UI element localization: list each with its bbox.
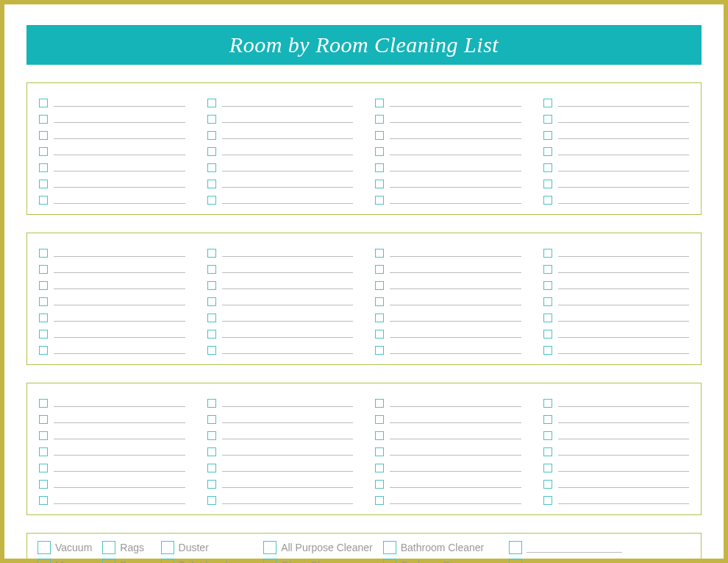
task-line[interactable] — [558, 256, 690, 257]
task-checkbox[interactable] — [375, 496, 384, 505]
task-checkbox[interactable] — [543, 196, 552, 205]
supply-checkbox[interactable] — [383, 541, 396, 554]
task-checkbox[interactable] — [39, 297, 48, 306]
task-line[interactable] — [222, 353, 354, 354]
task-checkbox[interactable] — [543, 249, 552, 258]
task-line[interactable] — [558, 122, 690, 123]
task-line[interactable] — [54, 487, 185, 488]
supply-checkbox[interactable] — [383, 559, 396, 563]
task-checkbox[interactable] — [543, 281, 552, 290]
task-checkbox[interactable] — [543, 330, 552, 339]
task-checkbox[interactable] — [543, 464, 552, 472]
task-checkbox[interactable] — [207, 249, 216, 258]
task-line[interactable] — [390, 155, 521, 155]
task-checkbox[interactable] — [543, 99, 552, 107]
task-checkbox[interactable] — [375, 447, 384, 456]
task-line[interactable] — [222, 439, 354, 439]
task-checkbox[interactable] — [375, 399, 384, 408]
task-checkbox[interactable] — [207, 147, 216, 156]
task-checkbox[interactable] — [207, 281, 216, 290]
task-line[interactable] — [558, 203, 690, 204]
task-checkbox[interactable] — [207, 131, 216, 140]
task-checkbox[interactable] — [207, 163, 216, 172]
task-checkbox[interactable] — [375, 147, 384, 156]
task-checkbox[interactable] — [375, 431, 384, 440]
task-line[interactable] — [558, 503, 690, 504]
task-checkbox[interactable] — [375, 163, 384, 172]
task-line[interactable] — [390, 272, 521, 273]
task-checkbox[interactable] — [39, 115, 48, 124]
supply-checkbox[interactable] — [263, 559, 276, 563]
task-checkbox[interactable] — [375, 464, 384, 472]
task-line[interactable] — [558, 321, 690, 322]
task-checkbox[interactable] — [375, 249, 384, 258]
task-line[interactable] — [558, 272, 690, 273]
task-checkbox[interactable] — [39, 415, 48, 424]
task-checkbox[interactable] — [543, 431, 552, 440]
task-checkbox[interactable] — [207, 447, 216, 456]
task-checkbox[interactable] — [207, 330, 216, 339]
task-checkbox[interactable] — [39, 330, 48, 339]
task-checkbox[interactable] — [39, 196, 48, 205]
task-line[interactable] — [222, 155, 354, 155]
task-checkbox[interactable] — [39, 464, 48, 472]
task-line[interactable] — [222, 455, 354, 456]
task-checkbox[interactable] — [39, 281, 48, 290]
task-checkbox[interactable] — [543, 480, 552, 489]
task-line[interactable] — [390, 503, 521, 504]
supply-checkbox[interactable] — [38, 541, 51, 554]
task-line[interactable] — [558, 471, 690, 472]
task-line[interactable] — [390, 455, 521, 456]
task-line[interactable] — [390, 122, 521, 123]
task-line[interactable] — [390, 171, 521, 171]
task-checkbox[interactable] — [375, 297, 384, 306]
task-checkbox[interactable] — [39, 480, 48, 489]
task-line[interactable] — [222, 138, 354, 139]
task-checkbox[interactable] — [543, 314, 552, 322]
task-checkbox[interactable] — [375, 346, 384, 355]
task-line[interactable] — [390, 288, 521, 289]
task-line[interactable] — [54, 503, 185, 504]
task-checkbox[interactable] — [207, 431, 216, 440]
task-line[interactable] — [222, 321, 354, 322]
task-line[interactable] — [558, 353, 690, 354]
task-checkbox[interactable] — [39, 399, 48, 408]
task-checkbox[interactable] — [207, 399, 216, 408]
task-checkbox[interactable] — [375, 265, 384, 274]
task-line[interactable] — [558, 138, 690, 139]
task-checkbox[interactable] — [375, 99, 384, 107]
task-line[interactable] — [558, 487, 690, 488]
task-checkbox[interactable] — [39, 249, 48, 258]
task-line[interactable] — [222, 122, 354, 123]
task-line[interactable] — [222, 106, 354, 107]
task-line[interactable] — [558, 439, 690, 439]
supply-checkbox[interactable] — [509, 541, 522, 554]
task-line[interactable] — [558, 106, 690, 107]
task-line[interactable] — [222, 471, 354, 472]
task-checkbox[interactable] — [207, 99, 216, 107]
task-line[interactable] — [54, 106, 185, 107]
task-checkbox[interactable] — [543, 180, 552, 188]
task-checkbox[interactable] — [39, 180, 48, 188]
task-checkbox[interactable] — [39, 99, 48, 107]
task-checkbox[interactable] — [375, 314, 384, 322]
task-checkbox[interactable] — [207, 496, 216, 505]
task-checkbox[interactable] — [543, 265, 552, 274]
task-line[interactable] — [390, 439, 521, 439]
task-line[interactable] — [390, 203, 521, 204]
task-checkbox[interactable] — [207, 346, 216, 355]
task-line[interactable] — [222, 203, 354, 204]
task-checkbox[interactable] — [375, 330, 384, 339]
supply-checkbox[interactable] — [263, 541, 276, 554]
task-line[interactable] — [390, 353, 521, 354]
task-line[interactable] — [558, 305, 690, 305]
supply-checkbox[interactable] — [102, 559, 115, 563]
task-line[interactable] — [54, 256, 185, 257]
task-line[interactable] — [558, 187, 690, 188]
task-checkbox[interactable] — [207, 196, 216, 205]
task-line[interactable] — [390, 406, 521, 407]
task-line[interactable] — [54, 288, 185, 289]
task-line[interactable] — [54, 337, 185, 338]
task-line[interactable] — [54, 155, 185, 155]
task-line[interactable] — [390, 321, 521, 322]
